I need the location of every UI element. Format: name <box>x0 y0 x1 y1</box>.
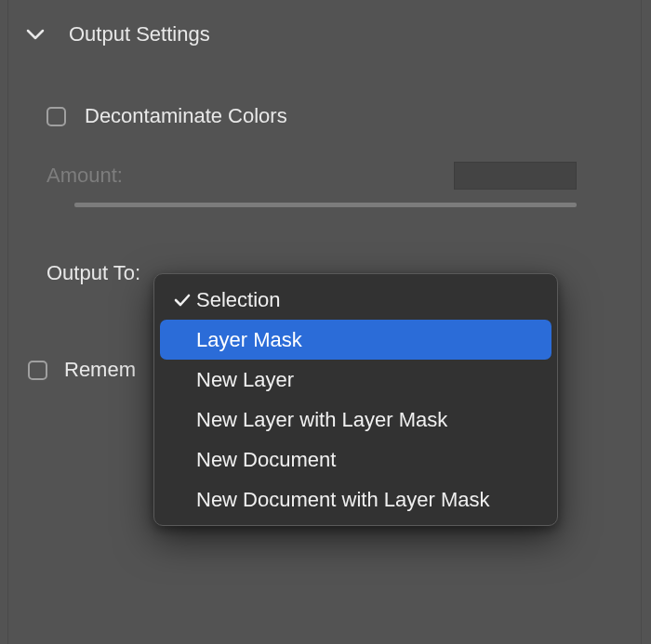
section-title: Output Settings <box>69 22 210 46</box>
dropdown-item-label: New Document <box>196 448 336 472</box>
amount-slider[interactable] <box>74 203 577 207</box>
checkmark-icon <box>170 293 194 308</box>
output-to-label: Output To: <box>46 261 140 285</box>
dropdown-item-label: Layer Mask <box>196 328 302 352</box>
decontaminate-checkbox[interactable] <box>46 107 66 126</box>
remember-checkbox[interactable] <box>28 361 47 380</box>
decontaminate-label: Decontaminate Colors <box>85 104 287 128</box>
output-settings-header[interactable]: Output Settings <box>0 0 651 46</box>
amount-label: Amount: <box>46 164 123 188</box>
output-to-dropdown[interactable]: Selection Layer Mask New Layer New Layer… <box>153 273 558 526</box>
dropdown-item-label: Selection <box>196 288 281 312</box>
dropdown-item-new-document-with-mask[interactable]: New Document with Layer Mask <box>160 480 551 519</box>
dropdown-item-layer-mask[interactable]: Layer Mask <box>160 320 551 360</box>
dropdown-item-new-layer-with-mask[interactable]: New Layer with Layer Mask <box>160 400 551 440</box>
dropdown-item-selection[interactable]: Selection <box>160 280 551 320</box>
amount-input[interactable] <box>454 162 577 190</box>
remember-label: Remem <box>64 358 136 382</box>
dropdown-item-new-document[interactable]: New Document <box>160 440 551 480</box>
chevron-down-icon <box>26 28 45 41</box>
dropdown-item-label: New Document with Layer Mask <box>196 488 489 512</box>
dropdown-item-label: New Layer <box>196 368 294 392</box>
dropdown-item-new-layer[interactable]: New Layer <box>160 360 551 400</box>
dropdown-item-label: New Layer with Layer Mask <box>196 408 447 432</box>
